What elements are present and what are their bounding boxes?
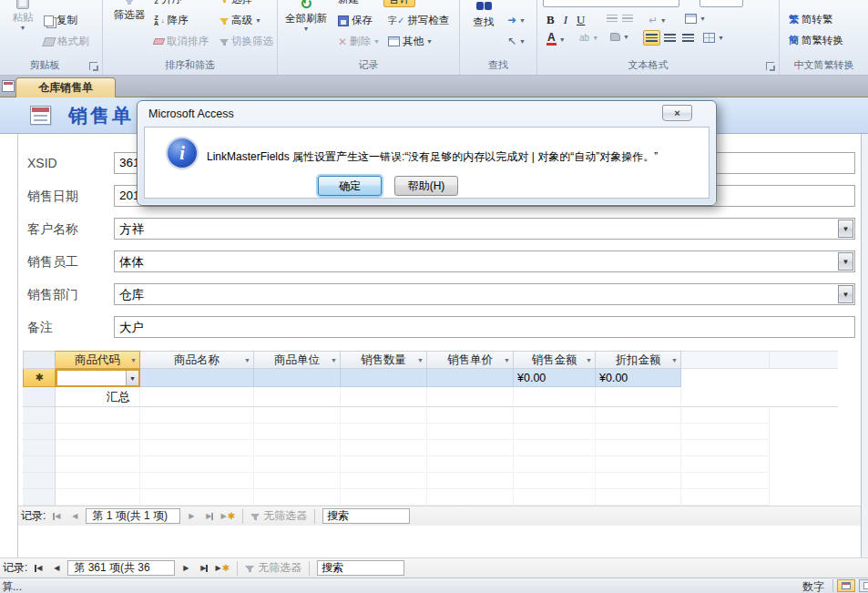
empty-cell[interactable] xyxy=(56,456,140,473)
main-record-position[interactable]: 第 361 项(共 36 xyxy=(67,560,175,576)
subform-last-record-button[interactable]: ▶ xyxy=(202,509,217,523)
product-code-dropdown-icon[interactable]: ▼ xyxy=(126,371,138,385)
convert-button[interactable]: 簡 简繁转换 xyxy=(789,34,843,47)
empty-cell[interactable] xyxy=(56,407,140,424)
column-header-sales-qty[interactable]: 销售数量 ▼ xyxy=(341,351,427,369)
clear-sort-button[interactable]: 取消排序 xyxy=(154,35,209,48)
align-center-button[interactable] xyxy=(661,30,679,46)
column-header-unit-price[interactable]: 销售单价 ▼ xyxy=(427,351,514,369)
copy-button[interactable]: 复制 xyxy=(44,14,77,27)
empty-cell[interactable] xyxy=(427,407,514,424)
select-button[interactable]: ↖ ▼ xyxy=(507,35,526,47)
sales-department-field[interactable]: 仓库 ▼ xyxy=(114,283,855,305)
subform-next-record-button[interactable]: ▶ xyxy=(184,509,199,523)
sales-employee-dropdown-icon[interactable]: ▼ xyxy=(838,252,853,271)
column-dropdown-icon[interactable]: ▼ xyxy=(417,357,424,363)
empty-cell[interactable] xyxy=(514,440,596,456)
sales-employee-field[interactable]: 体体 ▼ xyxy=(114,250,855,272)
bold-button[interactable]: B xyxy=(546,13,555,27)
find-button[interactable]: 查找 xyxy=(465,0,502,29)
to-traditional-button[interactable]: 繁 简转繁 xyxy=(789,13,833,26)
remarks-field[interactable]: 大户 xyxy=(114,316,855,338)
customer-name-field[interactable]: 方祥 ▼ xyxy=(114,218,855,240)
fill-color-button[interactable]: ▼ xyxy=(610,33,629,41)
select-all-corner[interactable] xyxy=(23,351,56,369)
row-selector[interactable] xyxy=(23,424,56,440)
new-row-selector[interactable]: ✱ xyxy=(23,369,56,387)
empty-cell[interactable] xyxy=(341,456,427,473)
empty-cell[interactable] xyxy=(56,440,140,456)
highlight-text-button[interactable]: ab ▼ xyxy=(579,33,598,43)
font-name-combobox[interactable] xyxy=(543,0,679,7)
row-selector[interactable] xyxy=(23,489,56,506)
empty-cell[interactable] xyxy=(427,440,514,456)
column-dropdown-icon[interactable]: ▼ xyxy=(244,357,250,363)
sales-department-dropdown-icon[interactable]: ▼ xyxy=(838,285,853,303)
tab-warehouse-sales-form[interactable]: 仓库销售单 xyxy=(15,77,116,97)
font-size-combobox[interactable] xyxy=(700,0,743,7)
ok-button[interactable]: 确定 xyxy=(318,176,382,196)
text-format-dialog-launcher-icon[interactable] xyxy=(766,62,774,70)
empty-cell[interactable] xyxy=(596,440,681,456)
main-first-record-button[interactable]: ◀ xyxy=(31,561,46,575)
sort-ascending-button[interactable]: AZ 升序 xyxy=(154,0,182,7)
empty-cell[interactable] xyxy=(254,456,341,473)
empty-cell[interactable] xyxy=(140,473,254,489)
empty-cell[interactable] xyxy=(596,473,681,489)
table-style-button[interactable]: ▼ xyxy=(685,14,706,24)
save-record-button[interactable]: 保存 xyxy=(338,14,373,27)
empty-cell[interactable] xyxy=(140,456,254,473)
empty-cell[interactable] xyxy=(427,456,514,473)
delete-record-button[interactable]: ✕ 删除 ▼ xyxy=(338,35,380,48)
format-painter-button[interactable]: 格式刷 xyxy=(44,35,89,48)
empty-cell[interactable] xyxy=(514,407,596,424)
empty-cell[interactable] xyxy=(341,440,427,456)
advanced-filter-button[interactable]: 高级 ▼ xyxy=(220,14,261,27)
increase-indent-icon[interactable] xyxy=(622,15,633,24)
empty-cell[interactable] xyxy=(56,489,140,506)
more-records-button[interactable]: 其他 ▼ xyxy=(388,35,433,48)
main-next-record-button[interactable]: ▶ xyxy=(179,561,193,575)
empty-cell[interactable] xyxy=(514,424,596,440)
empty-cell[interactable] xyxy=(56,473,140,489)
selection-button[interactable]: 选择 xyxy=(220,0,252,7)
column-dropdown-icon[interactable]: ▼ xyxy=(671,357,678,363)
italic-button[interactable]: I xyxy=(564,13,567,27)
empty-cell[interactable] xyxy=(514,489,596,506)
column-dropdown-icon[interactable]: ▼ xyxy=(331,357,337,363)
font-color-button[interactable]: A ▼ xyxy=(546,33,566,46)
empty-cell[interactable] xyxy=(140,407,254,424)
column-header-product-name[interactable]: 商品名称 ▼ xyxy=(140,351,254,369)
empty-cell[interactable] xyxy=(596,424,681,440)
empty-cell[interactable] xyxy=(254,473,341,489)
empty-cell[interactable] xyxy=(341,407,427,424)
filter-button[interactable]: 筛选器 xyxy=(110,0,148,22)
new-record-button[interactable]: 新建 xyxy=(338,0,359,7)
product-unit-cell[interactable] xyxy=(254,369,341,387)
product-name-cell[interactable] xyxy=(140,369,254,387)
customer-name-dropdown-icon[interactable]: ▼ xyxy=(838,220,853,238)
row-selector[interactable] xyxy=(23,456,56,473)
row-selector[interactable] xyxy=(23,473,56,489)
align-left-button[interactable] xyxy=(643,30,660,46)
datasheet-view-button[interactable] xyxy=(859,579,868,592)
main-no-filter-button[interactable]: 无筛选器 xyxy=(245,560,301,576)
toggle-filter-button[interactable]: 切换筛选 xyxy=(220,35,273,48)
column-header-sales-amount[interactable]: 销售金额 ▼ xyxy=(514,351,596,369)
sales-qty-cell[interactable] xyxy=(341,369,427,387)
discount-amount-cell[interactable]: ¥0.00 xyxy=(596,369,681,387)
subform-new-record-button[interactable]: ▶✱ xyxy=(220,509,235,523)
row-selector[interactable] xyxy=(23,407,56,424)
main-previous-record-button[interactable]: ◀ xyxy=(49,561,64,575)
empty-cell[interactable] xyxy=(596,489,681,506)
empty-cell[interactable] xyxy=(254,424,341,440)
direction-button[interactable]: ↵ ▼ xyxy=(648,14,667,26)
empty-cell[interactable] xyxy=(254,440,341,456)
subform-search-input[interactable] xyxy=(322,508,410,524)
product-code-cell[interactable]: ▼ xyxy=(56,369,140,387)
underline-button[interactable]: U xyxy=(577,13,585,27)
clipboard-dialog-launcher-icon[interactable] xyxy=(89,62,97,70)
empty-cell[interactable] xyxy=(140,424,254,440)
empty-cell[interactable] xyxy=(140,489,254,506)
subform-no-filter-button[interactable]: 无筛选器 xyxy=(250,508,307,524)
